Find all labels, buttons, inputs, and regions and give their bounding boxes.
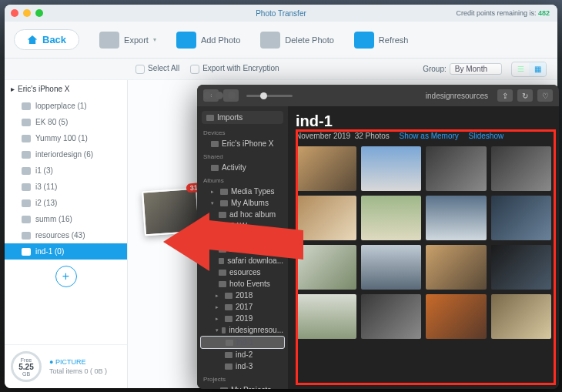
refresh-icon bbox=[354, 32, 374, 49]
picture-label: ● PICTURE bbox=[49, 358, 107, 366]
view-toggle[interactable]: ☰▦ bbox=[511, 62, 547, 77]
album-item[interactable]: ind-3 bbox=[197, 360, 288, 372]
sidebar-item[interactable]: i2 (13) bbox=[5, 195, 127, 211]
album-icon bbox=[22, 248, 31, 256]
window-controls[interactable] bbox=[11, 9, 43, 17]
photos-content: ind-1 November 2019 32 Photos Show as Me… bbox=[288, 106, 559, 389]
activity-item[interactable]: Activity bbox=[197, 162, 288, 173]
sidebar-item[interactable]: i3 (11) bbox=[5, 179, 127, 195]
year-item[interactable]: ▸2017 bbox=[197, 301, 288, 313]
devices-header: Devices bbox=[197, 126, 288, 138]
sidebar-item[interactable]: lopperplace (1) bbox=[5, 98, 127, 114]
year-item[interactable]: ▸2018 bbox=[197, 290, 288, 301]
photo-thumbnail[interactable] bbox=[361, 196, 422, 240]
storage-ring: Free5.25GB bbox=[11, 351, 42, 382]
photo-thumbnail[interactable] bbox=[296, 294, 356, 339]
album-icon bbox=[22, 199, 31, 207]
sidebar-item[interactable]: interiordesign (6) bbox=[5, 146, 127, 162]
album-item[interactable]: safari downloa... bbox=[197, 255, 288, 266]
share-icon[interactable]: ⇪ bbox=[497, 89, 513, 102]
year-item[interactable]: ▸2019 bbox=[197, 313, 288, 324]
indesign-folder[interactable]: ▾indesignresou... bbox=[197, 324, 288, 336]
album-icon bbox=[22, 151, 31, 159]
zoom-slider[interactable] bbox=[246, 95, 293, 97]
photos-window-title: indesignresources bbox=[426, 92, 488, 100]
chevron-down-icon: ▾ bbox=[153, 36, 156, 43]
photo-thumbnail[interactable] bbox=[296, 196, 356, 240]
photo-thumbnail[interactable] bbox=[426, 294, 487, 339]
photo-thumbnail[interactable] bbox=[491, 294, 552, 339]
app-title: Photo Transfer bbox=[256, 9, 306, 18]
list-view-icon[interactable]: ☰ bbox=[512, 62, 529, 76]
storage-footer: Free5.25GB ● PICTURE Total items 0 ( 0B … bbox=[5, 344, 127, 388]
export-icon bbox=[99, 32, 119, 49]
album-icon bbox=[22, 119, 31, 126]
sidebar-item-active[interactable]: ind-1 (0) bbox=[5, 243, 127, 260]
delete-photo-button[interactable]: Delete Photo bbox=[260, 32, 334, 49]
total-items: Total items 0 ( 0B ) bbox=[49, 367, 107, 375]
device-header[interactable]: ▸ Eric's iPhone X bbox=[5, 80, 127, 98]
album-item[interactable]: esources bbox=[197, 266, 288, 278]
sidebar-item[interactable]: resources (43) bbox=[5, 227, 127, 243]
album-icon bbox=[22, 183, 31, 191]
shared-header: Shared bbox=[197, 149, 288, 162]
albums-header: Albums bbox=[197, 173, 288, 186]
show-as-memory-link[interactable]: Show as Memory bbox=[400, 132, 459, 140]
photo-thumbnail[interactable] bbox=[491, 146, 552, 191]
imports-icon bbox=[206, 115, 214, 121]
projects-header: Projects bbox=[197, 372, 288, 384]
group-label: Group: bbox=[423, 65, 447, 73]
sidebar-item[interactable]: EK 80 (5) bbox=[5, 114, 127, 130]
photo-thumbnail[interactable] bbox=[491, 245, 552, 290]
sidebar-item[interactable]: Yummy 100 (1) bbox=[5, 130, 127, 146]
window-controls[interactable] bbox=[203, 92, 236, 99]
device-item[interactable]: Eric's iPhone X bbox=[197, 138, 288, 149]
album-item[interactable]: RAW bbox=[197, 220, 288, 232]
delete-photo-icon bbox=[260, 32, 280, 49]
back-button[interactable]: Back bbox=[14, 29, 79, 50]
slideshow-link[interactable]: Slideshow bbox=[469, 132, 504, 140]
album-item[interactable]: ind-2 bbox=[197, 349, 288, 360]
add-album-button[interactable]: + bbox=[55, 266, 77, 287]
album-item[interactable]: ad hoc album bbox=[197, 209, 288, 220]
photo-thumbnail[interactable] bbox=[296, 146, 356, 191]
photo-thumbnail[interactable] bbox=[426, 196, 487, 240]
sidebar-item[interactable]: i1 (3) bbox=[5, 162, 127, 179]
refresh-button[interactable]: Refresh bbox=[354, 32, 409, 49]
sidebar-item[interactable]: summ (16) bbox=[5, 211, 127, 227]
favorite-icon[interactable]: ♡ bbox=[537, 89, 553, 102]
photo-thumbnail[interactable] bbox=[361, 245, 422, 290]
photo-thumbnail[interactable] bbox=[491, 196, 552, 240]
album-icon bbox=[22, 167, 31, 175]
album-icon bbox=[22, 135, 31, 142]
my-albums-item[interactable]: ▾My Albums bbox=[197, 197, 288, 209]
grid-view-icon[interactable]: ▦ bbox=[529, 62, 546, 76]
export-button[interactable]: Export▾ bbox=[99, 32, 156, 49]
photo-thumbnail[interactable] bbox=[361, 146, 422, 191]
photo-thumbnail[interactable] bbox=[426, 146, 487, 191]
export-encryption-checkbox[interactable]: Export with Encryption bbox=[190, 64, 279, 73]
album-icon bbox=[22, 232, 31, 240]
rotate-icon[interactable]: ↻ bbox=[517, 89, 533, 102]
photo-thumbnail[interactable] bbox=[426, 245, 487, 290]
credit-label: Credit points remaining is: 482 bbox=[456, 9, 550, 17]
add-photo-button[interactable]: Add Photo bbox=[176, 32, 240, 49]
media-types-item[interactable]: ▸Media Types bbox=[197, 186, 288, 197]
album-item[interactable]: 2018s1 bbox=[197, 243, 288, 255]
titlebar: Photo Transfer Credit points remaining i… bbox=[5, 5, 557, 22]
photo-thumbnail[interactable] bbox=[361, 294, 422, 339]
album-title: ind-1 bbox=[296, 112, 551, 130]
home-icon bbox=[27, 35, 38, 45]
album-item-selected[interactable]: ind-1 bbox=[200, 336, 285, 349]
option-bar: Select All Export with Encryption Group:… bbox=[5, 59, 557, 80]
dragged-thumbnail[interactable]: 31 bbox=[142, 188, 200, 236]
photos-window: ‹ › indesignresources ⇪ ↻ ♡ Imports Devi… bbox=[197, 85, 559, 389]
album-icon bbox=[22, 102, 31, 110]
album-item[interactable]: scan bbox=[197, 232, 288, 243]
album-item[interactable]: hoto Events bbox=[197, 278, 288, 290]
photo-thumbnail[interactable] bbox=[296, 245, 356, 290]
imports-item[interactable]: Imports bbox=[202, 111, 283, 124]
group-select[interactable]: By Month bbox=[450, 63, 502, 75]
select-all-checkbox[interactable]: Select All bbox=[135, 64, 179, 73]
my-projects-item[interactable]: ▸My Projects bbox=[197, 384, 288, 389]
